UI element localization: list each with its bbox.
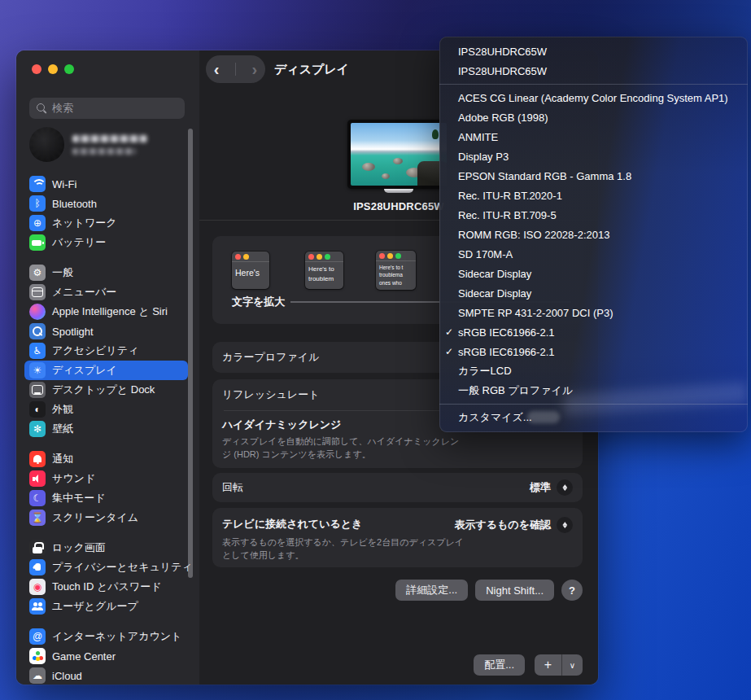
menu-item[interactable]: Rec. ITU-R BT.709-5 xyxy=(439,205,748,225)
sidebar-item-touch-id[interactable]: ◉Touch ID とパスワード xyxy=(24,577,188,597)
menu-item[interactable]: カラーLCD xyxy=(439,361,748,381)
sidebar-item-menubar[interactable]: メニューバー xyxy=(24,282,188,302)
sidebar-item-siri[interactable]: Apple Intelligence と Siri xyxy=(24,302,188,322)
spotlight-icon xyxy=(29,323,46,339)
menu-item-label: EPSON Standard RGB - Gamma 1.8 xyxy=(458,170,631,182)
forward-button[interactable]: › xyxy=(252,61,258,77)
add-display-split-button: + ∨ xyxy=(535,654,583,676)
sidebar-item-desktop-dock[interactable]: デスクトップと Dock xyxy=(24,380,188,400)
footer-buttons: 詳細設定... Night Shift... ? xyxy=(395,580,583,601)
menu-item[interactable]: IPS28UHDRC65W xyxy=(439,42,748,61)
battery-icon xyxy=(29,234,46,251)
menu-item[interactable]: 一般 RGB プロファイル xyxy=(439,381,748,400)
sidebar-item-label: メニューバー xyxy=(52,285,116,300)
preview-close-icon xyxy=(308,254,314,260)
menu-item[interactable]: ACES CG Linear (Academy Color Encoding S… xyxy=(439,88,748,107)
text-size-option-1[interactable]: Here's xyxy=(232,252,269,289)
preview-text: Here's to ttroublemaones who xyxy=(376,261,416,289)
menu-item-label: Sidecar Display xyxy=(458,268,531,280)
tv-select[interactable]: 表示するものを確認 ▲▼ xyxy=(454,517,573,533)
menu-item[interactable]: Sidecar Display xyxy=(439,264,748,283)
sidebar-item-wallpaper[interactable]: ✻壁紙 xyxy=(24,419,188,439)
arrange-button[interactable]: 配置... xyxy=(474,654,525,676)
sidebar-item-privacy-security[interactable]: プライバシーとセキュリティ xyxy=(24,558,188,577)
sidebar-item-label: 一般 xyxy=(52,265,73,280)
search-icon xyxy=(36,103,47,114)
sidebar-item-wifi[interactable]: Wi-Fi xyxy=(24,174,188,194)
sidebar-item-label: プライバシーとセキュリティ xyxy=(52,560,193,575)
back-button[interactable]: ‹ xyxy=(214,61,220,77)
menu-item[interactable]: ANMITE xyxy=(439,127,748,147)
zoom-button[interactable] xyxy=(64,64,74,74)
menu-item-label: Display P3 xyxy=(458,151,509,163)
rotation-select[interactable]: 標準 ▲▼ xyxy=(530,479,573,496)
sidebar-item-sound[interactable]: サウンド xyxy=(24,469,188,488)
menu-item-label: カラーLCD xyxy=(458,364,512,378)
color-profile-label: カラープロファイル xyxy=(222,350,319,365)
sidebar-item-label: ディスプレイ xyxy=(52,363,117,378)
preview-minimize-icon xyxy=(243,254,249,260)
menu-item[interactable]: Adobe RGB (1998) xyxy=(439,107,748,127)
menu-item[interactable]: カスタマイズ... xyxy=(439,408,748,427)
sidebar-item-game-center[interactable]: Game Center xyxy=(24,646,188,666)
sidebar-item-notifications[interactable]: 通知 xyxy=(24,449,188,469)
text-size-option-2[interactable]: Here's totroublem xyxy=(305,252,343,289)
bottom-buttons: 配置... + ∨ xyxy=(474,654,583,676)
menu-item-label: SMPTE RP 431-2-2007 DCI (P3) xyxy=(458,307,613,319)
menu-item[interactable]: IPS28UHDRC65W xyxy=(439,61,748,81)
preview-minimize-icon xyxy=(387,253,393,259)
sidebar-scrollbar[interactable] xyxy=(188,129,193,578)
sidebar-item-label: ネットワーク xyxy=(52,216,117,230)
sidebar-item-accessibility[interactable]: ♿アクセシビリティ xyxy=(24,341,188,361)
preview-titlebar xyxy=(376,251,416,261)
menu-item-label: カスタマイズ... xyxy=(458,410,532,425)
search-input[interactable]: 検索 xyxy=(29,98,185,119)
sidebar-item-spotlight[interactable]: Spotlight xyxy=(24,322,188,341)
menu-item[interactable]: Rec. ITU-R BT.2020-1 xyxy=(439,186,748,205)
sidebar-item-users-groups[interactable]: ユーザとグループ xyxy=(24,597,188,616)
sidebar-item-icloud[interactable]: ☁iCloud xyxy=(24,666,188,685)
menu-item[interactable]: ROMM RGB: ISO 22028-2:2013 xyxy=(439,225,748,244)
add-display-menu-button[interactable]: ∨ xyxy=(561,654,583,676)
rock-shape xyxy=(382,173,390,179)
sidebar-item-bluetooth[interactable]: ᛒBluetooth xyxy=(24,194,188,213)
menu-item[interactable]: ✓sRGB IEC61966-2.1 xyxy=(439,342,748,361)
menu-item[interactable]: SD 170M-A xyxy=(439,244,748,264)
user-account-row[interactable] xyxy=(29,127,147,162)
sidebar-item-label: デスクトップと Dock xyxy=(52,383,155,397)
help-button[interactable]: ? xyxy=(561,580,583,601)
menu-item[interactable]: Sidecar Display xyxy=(439,283,748,303)
text-size-option-3[interactable]: Here's to ttroublemaones who xyxy=(376,251,416,290)
preview-zoom-icon xyxy=(395,253,401,259)
sidebar-item-focus[interactable]: ☾集中モード xyxy=(24,488,188,508)
user-name-redacted xyxy=(72,135,147,142)
sidebar-item-battery[interactable]: バッテリー xyxy=(24,233,188,252)
sidebar-item-internet-accounts[interactable]: @インターネットアカウント xyxy=(24,627,188,646)
sidebar-item-label: Wi-Fi xyxy=(52,178,76,190)
sidebar-item-appearance[interactable]: ◐外観 xyxy=(24,400,188,419)
menu-item[interactable]: SMPTE RP 431-2-2007 DCI (P3) xyxy=(439,303,748,322)
menu-item[interactable]: EPSON Standard RGB - Gamma 1.8 xyxy=(439,166,748,186)
sidebar-item-network[interactable]: ⊕ネットワーク xyxy=(24,213,188,233)
minimize-button[interactable] xyxy=(48,64,58,74)
close-button[interactable] xyxy=(32,64,41,74)
siri-icon xyxy=(29,304,46,320)
lock-screen-icon xyxy=(29,540,46,556)
menu-item[interactable]: ✓sRGB IEC61966-2.1 xyxy=(439,322,748,342)
user-subtitle-redacted xyxy=(72,148,136,155)
night-shift-button[interactable]: Night Shift... xyxy=(475,580,554,601)
menu-item-label: sRGB IEC61966-2.1 xyxy=(458,326,555,339)
sidebar-item-displays[interactable]: ☀ディスプレイ xyxy=(24,361,188,380)
displays-icon: ☀ xyxy=(29,362,46,378)
menu-item-label: sRGB IEC61966-2.1 xyxy=(458,346,555,358)
menu-item[interactable]: Display P3 xyxy=(439,147,748,166)
sidebar-item-general[interactable]: ⚙一般 xyxy=(24,263,188,282)
sidebar-item-screen-time[interactable]: ⌛スクリーンタイム xyxy=(24,508,188,527)
sidebar-item-lock-screen[interactable]: ロック画面 xyxy=(24,538,188,558)
user-name-block xyxy=(72,135,147,155)
color-profile-menu-list: IPS28UHDRC65WIPS28UHDRC65WACES CG Linear… xyxy=(439,42,748,427)
preview-text: Here's totroublem xyxy=(305,262,343,287)
advanced-settings-button[interactable]: 詳細設定... xyxy=(395,580,468,601)
monitor-thumbnail[interactable] xyxy=(347,120,450,189)
add-display-button[interactable]: + xyxy=(535,654,561,676)
